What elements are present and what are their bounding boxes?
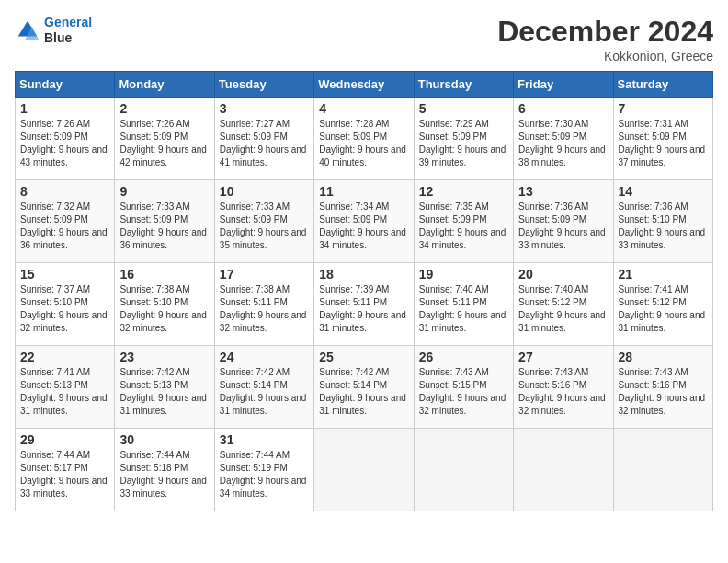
calendar-cell: 2 Sunrise: 7:26 AM Sunset: 5:09 PM Dayli…	[115, 98, 214, 180]
calendar-cell: 21 Sunrise: 7:41 AM Sunset: 5:12 PM Dayl…	[613, 263, 712, 346]
day-info: Sunrise: 7:38 AM Sunset: 5:11 PM Dayligh…	[220, 283, 309, 335]
day-info: Sunrise: 7:33 AM Sunset: 5:09 PM Dayligh…	[220, 201, 309, 252]
day-number: 9	[119, 184, 209, 199]
day-number: 28	[619, 350, 708, 364]
day-info: Sunrise: 7:42 AM Sunset: 5:13 PM Dayligh…	[119, 366, 209, 418]
day-info: Sunrise: 7:44 AM Sunset: 5:17 PM Dayligh…	[20, 449, 109, 500]
calendar-cell: 8 Sunrise: 7:32 AM Sunset: 5:09 PM Dayli…	[16, 180, 115, 263]
calendar-cell: 31 Sunrise: 7:44 AM Sunset: 5:19 PM Dayl…	[214, 429, 313, 511]
day-info: Sunrise: 7:36 AM Sunset: 5:09 PM Dayligh…	[518, 201, 608, 252]
day-number: 26	[419, 350, 508, 364]
calendar-cell: 26 Sunrise: 7:43 AM Sunset: 5:15 PM Dayl…	[414, 346, 513, 429]
day-number: 8	[20, 184, 109, 199]
day-number: 23	[119, 350, 209, 364]
header: General Blue December 2024 Kokkonion, Gr…	[15, 15, 713, 63]
calendar-cell: 4 Sunrise: 7:28 AM Sunset: 5:09 PM Dayli…	[314, 98, 414, 180]
calendar-week-5: 29 Sunrise: 7:44 AM Sunset: 5:17 PM Dayl…	[16, 429, 713, 511]
calendar-cell: 22 Sunrise: 7:41 AM Sunset: 5:13 PM Dayl…	[16, 346, 115, 429]
day-info: Sunrise: 7:35 AM Sunset: 5:09 PM Dayligh…	[419, 201, 508, 252]
day-info: Sunrise: 7:29 AM Sunset: 5:09 PM Dayligh…	[419, 118, 508, 169]
calendar-cell	[414, 429, 513, 511]
day-number: 25	[319, 350, 408, 364]
day-info: Sunrise: 7:44 AM Sunset: 5:19 PM Dayligh…	[220, 449, 309, 500]
calendar-cell: 20 Sunrise: 7:40 AM Sunset: 5:12 PM Dayl…	[514, 263, 613, 346]
calendar-cell: 10 Sunrise: 7:33 AM Sunset: 5:09 PM Dayl…	[214, 180, 313, 263]
day-info: Sunrise: 7:37 AM Sunset: 5:10 PM Dayligh…	[20, 283, 109, 335]
day-number: 29	[20, 432, 109, 447]
day-number: 31	[220, 432, 309, 447]
day-number: 30	[119, 432, 209, 447]
weekday-header-monday: Monday	[115, 72, 214, 98]
calendar-cell: 27 Sunrise: 7:43 AM Sunset: 5:16 PM Dayl…	[514, 346, 613, 429]
day-number: 22	[20, 350, 109, 364]
day-number: 12	[419, 184, 508, 199]
day-number: 19	[419, 267, 508, 282]
calendar-cell: 9 Sunrise: 7:33 AM Sunset: 5:09 PM Dayli…	[115, 180, 214, 263]
calendar-cell	[613, 429, 712, 511]
day-number: 14	[619, 184, 708, 199]
day-info: Sunrise: 7:42 AM Sunset: 5:14 PM Dayligh…	[220, 366, 309, 418]
day-number: 2	[119, 101, 209, 116]
calendar-cell: 24 Sunrise: 7:42 AM Sunset: 5:14 PM Dayl…	[214, 346, 313, 429]
calendar-cell: 25 Sunrise: 7:42 AM Sunset: 5:14 PM Dayl…	[314, 346, 414, 429]
day-number: 20	[518, 267, 608, 282]
calendar-cell: 1 Sunrise: 7:26 AM Sunset: 5:09 PM Dayli…	[16, 98, 115, 180]
calendar-week-1: 1 Sunrise: 7:26 AM Sunset: 5:09 PM Dayli…	[16, 98, 713, 180]
calendar-cell: 12 Sunrise: 7:35 AM Sunset: 5:09 PM Dayl…	[414, 180, 513, 263]
calendar-cell: 30 Sunrise: 7:44 AM Sunset: 5:18 PM Dayl…	[115, 429, 214, 511]
day-info: Sunrise: 7:27 AM Sunset: 5:09 PM Dayligh…	[220, 118, 309, 169]
day-number: 21	[619, 267, 708, 282]
day-info: Sunrise: 7:42 AM Sunset: 5:14 PM Dayligh…	[319, 366, 408, 418]
day-number: 15	[20, 267, 109, 282]
day-info: Sunrise: 7:36 AM Sunset: 5:10 PM Dayligh…	[619, 201, 708, 252]
day-info: Sunrise: 7:40 AM Sunset: 5:11 PM Dayligh…	[419, 283, 508, 335]
day-number: 13	[518, 184, 608, 199]
weekday-header-thursday: Thursday	[414, 72, 513, 98]
day-info: Sunrise: 7:30 AM Sunset: 5:09 PM Dayligh…	[518, 118, 608, 169]
calendar-cell	[514, 429, 613, 511]
day-info: Sunrise: 7:26 AM Sunset: 5:09 PM Dayligh…	[119, 118, 209, 169]
calendar-cell: 18 Sunrise: 7:39 AM Sunset: 5:11 PM Dayl…	[314, 263, 414, 346]
day-info: Sunrise: 7:28 AM Sunset: 5:09 PM Dayligh…	[319, 118, 408, 169]
calendar-cell: 5 Sunrise: 7:29 AM Sunset: 5:09 PM Dayli…	[414, 98, 513, 180]
calendar-cell: 11 Sunrise: 7:34 AM Sunset: 5:09 PM Dayl…	[314, 180, 414, 263]
day-number: 17	[220, 267, 309, 282]
month-title: December 2024	[497, 15, 713, 49]
day-info: Sunrise: 7:38 AM Sunset: 5:10 PM Dayligh…	[119, 283, 209, 335]
day-info: Sunrise: 7:43 AM Sunset: 5:15 PM Dayligh…	[419, 366, 508, 418]
day-info: Sunrise: 7:32 AM Sunset: 5:09 PM Dayligh…	[20, 201, 109, 252]
calendar-cell: 6 Sunrise: 7:30 AM Sunset: 5:09 PM Dayli…	[514, 98, 613, 180]
calendar-cell: 17 Sunrise: 7:38 AM Sunset: 5:11 PM Dayl…	[214, 263, 313, 346]
day-number: 4	[319, 101, 408, 116]
title-area: December 2024 Kokkonion, Greece	[497, 15, 713, 63]
calendar-week-2: 8 Sunrise: 7:32 AM Sunset: 5:09 PM Dayli…	[16, 180, 713, 263]
logo-icon	[15, 17, 40, 43]
day-number: 6	[518, 101, 608, 116]
location-title: Kokkonion, Greece	[497, 49, 713, 63]
calendar-cell: 7 Sunrise: 7:31 AM Sunset: 5:09 PM Dayli…	[613, 98, 712, 180]
calendar-week-3: 15 Sunrise: 7:37 AM Sunset: 5:10 PM Dayl…	[16, 263, 713, 346]
day-number: 24	[220, 350, 309, 364]
day-info: Sunrise: 7:39 AM Sunset: 5:11 PM Dayligh…	[319, 283, 408, 335]
day-info: Sunrise: 7:43 AM Sunset: 5:16 PM Dayligh…	[518, 366, 608, 418]
calendar-body: 1 Sunrise: 7:26 AM Sunset: 5:09 PM Dayli…	[16, 98, 713, 511]
day-info: Sunrise: 7:34 AM Sunset: 5:09 PM Dayligh…	[319, 201, 408, 252]
day-number: 11	[319, 184, 408, 199]
calendar-cell: 14 Sunrise: 7:36 AM Sunset: 5:10 PM Dayl…	[613, 180, 712, 263]
calendar-cell: 19 Sunrise: 7:40 AM Sunset: 5:11 PM Dayl…	[414, 263, 513, 346]
weekday-header-friday: Friday	[514, 72, 613, 98]
day-info: Sunrise: 7:41 AM Sunset: 5:13 PM Dayligh…	[20, 366, 109, 418]
day-number: 5	[419, 101, 508, 116]
calendar-week-4: 22 Sunrise: 7:41 AM Sunset: 5:13 PM Dayl…	[16, 346, 713, 429]
weekday-header-row: SundayMondayTuesdayWednesdayThursdayFrid…	[16, 72, 713, 98]
logo-text: General Blue	[44, 15, 92, 46]
day-number: 27	[518, 350, 608, 364]
day-info: Sunrise: 7:26 AM Sunset: 5:09 PM Dayligh…	[20, 118, 109, 169]
day-number: 16	[119, 267, 209, 282]
day-info: Sunrise: 7:44 AM Sunset: 5:18 PM Dayligh…	[119, 449, 209, 500]
calendar-cell: 29 Sunrise: 7:44 AM Sunset: 5:17 PM Dayl…	[16, 429, 115, 511]
day-number: 3	[220, 101, 309, 116]
day-info: Sunrise: 7:41 AM Sunset: 5:12 PM Dayligh…	[619, 283, 708, 335]
day-number: 10	[220, 184, 309, 199]
calendar-cell	[314, 429, 414, 511]
